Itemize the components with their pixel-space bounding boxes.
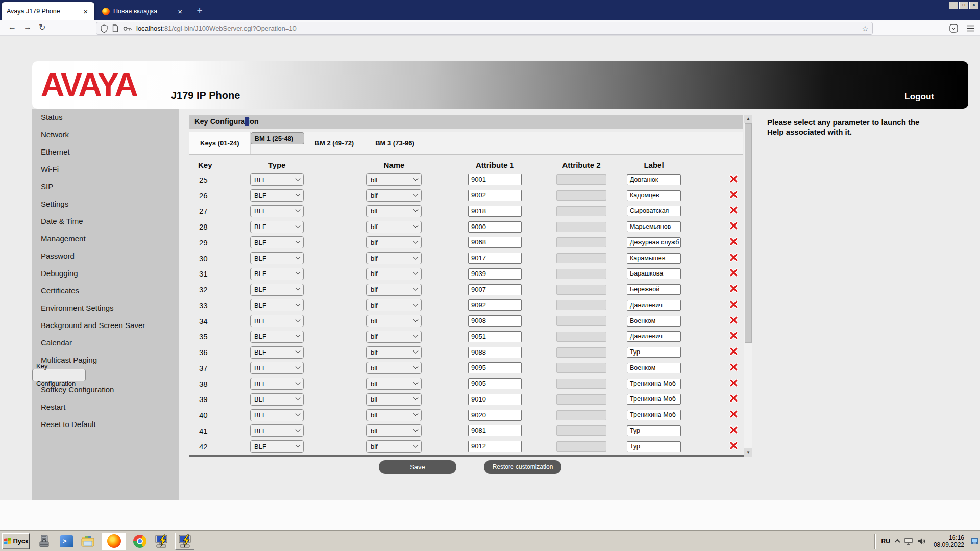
key-config-tab[interactable]: BM 1 (25-48) bbox=[251, 132, 304, 144]
attribute1-input[interactable]: 9088 bbox=[468, 347, 522, 358]
delete-row-button[interactable] bbox=[727, 268, 743, 279]
firefox-taskbar-button[interactable] bbox=[102, 533, 126, 550]
type-select[interactable]: BLF bbox=[250, 331, 304, 343]
label-input[interactable]: Сыроватская bbox=[627, 206, 681, 216]
name-select[interactable]: blf bbox=[366, 378, 422, 390]
shield-icon[interactable] bbox=[101, 24, 108, 33]
type-select[interactable]: BLF bbox=[250, 378, 304, 390]
label-input[interactable]: Барашкова bbox=[627, 268, 681, 279]
sidebar-item-environment-settings[interactable]: Environment Settings bbox=[32, 299, 179, 317]
network-status-icon[interactable] bbox=[971, 538, 978, 544]
name-select[interactable]: blf bbox=[366, 362, 422, 374]
attribute1-input[interactable]: 9081 bbox=[468, 425, 522, 436]
bookmark-star-icon[interactable]: ☆ bbox=[862, 24, 868, 33]
restore-customization-button[interactable]: Restore customization bbox=[484, 460, 561, 474]
sidebar-item-background-and-screen-saver[interactable]: Background and Screen Saver bbox=[32, 317, 179, 334]
attribute1-input[interactable]: 9039 bbox=[468, 268, 522, 280]
type-select[interactable]: BLF bbox=[250, 189, 304, 202]
delete-row-button[interactable] bbox=[727, 253, 743, 264]
type-select[interactable]: BLF bbox=[250, 221, 304, 233]
label-input[interactable]: Дежурная служб bbox=[627, 237, 681, 248]
menu-hamburger-icon[interactable] bbox=[966, 25, 975, 32]
attribute1-input[interactable]: 9068 bbox=[468, 237, 522, 248]
delete-row-button[interactable] bbox=[727, 441, 743, 452]
type-select[interactable]: BLF bbox=[250, 315, 304, 327]
tab-close-icon[interactable]: × bbox=[82, 7, 89, 16]
type-select[interactable]: BLF bbox=[250, 205, 304, 217]
delete-row-button[interactable] bbox=[727, 425, 743, 436]
name-select[interactable]: blf bbox=[366, 252, 422, 264]
file-explorer-icon[interactable] bbox=[80, 534, 95, 549]
delete-row-button[interactable] bbox=[727, 300, 743, 311]
sidebar-item-reset-to-default[interactable]: Reset to Default bbox=[32, 416, 179, 433]
type-select[interactable]: BLF bbox=[250, 393, 304, 406]
new-tab-button[interactable]: + bbox=[193, 4, 206, 17]
label-input[interactable]: Кадомцев bbox=[627, 190, 681, 201]
sidebar-item-key-configuration[interactable]: Key Configuration bbox=[32, 369, 86, 381]
language-indicator[interactable]: RU bbox=[879, 537, 893, 546]
attribute1-input[interactable]: 9095 bbox=[468, 362, 522, 373]
minimize-button[interactable]: _ bbox=[949, 2, 958, 9]
close-button[interactable]: ✕ bbox=[969, 2, 978, 9]
type-select[interactable]: BLF bbox=[250, 362, 304, 374]
key-config-tab[interactable]: BM 2 (49-72) bbox=[304, 132, 365, 154]
taskbar-clock[interactable]: 16:16 08.09.2022 bbox=[934, 534, 964, 548]
volume-tray-icon[interactable] bbox=[918, 538, 926, 545]
scroll-up-arrow[interactable]: ▲ bbox=[744, 115, 752, 123]
browser-tab-new[interactable]: Новая вкладка × bbox=[97, 2, 189, 20]
tab-close-icon[interactable]: × bbox=[176, 7, 184, 16]
table-scrollbar[interactable]: ▲ ▼ bbox=[744, 115, 752, 457]
delete-row-button[interactable] bbox=[727, 284, 743, 295]
sidebar-item-certificates[interactable]: Certificates bbox=[32, 282, 179, 299]
delete-row-button[interactable] bbox=[727, 394, 743, 405]
name-select[interactable]: blf bbox=[366, 346, 422, 359]
delete-row-button[interactable] bbox=[727, 237, 743, 248]
label-input[interactable]: Тренихина Моб bbox=[627, 379, 681, 389]
label-input[interactable]: Тур bbox=[627, 347, 681, 358]
key-permission-icon[interactable] bbox=[123, 26, 132, 32]
attribute1-input[interactable]: 9007 bbox=[468, 284, 522, 295]
delete-row-button[interactable] bbox=[727, 410, 743, 420]
attribute1-input[interactable]: 9008 bbox=[468, 315, 522, 327]
name-select[interactable]: blf bbox=[366, 440, 422, 453]
sidebar-item-status[interactable]: Status bbox=[32, 109, 179, 126]
chrome-icon[interactable] bbox=[132, 534, 148, 549]
start-button[interactable]: Пуск bbox=[2, 533, 30, 549]
label-input[interactable]: Военком bbox=[627, 363, 681, 373]
name-select[interactable]: blf bbox=[366, 424, 422, 437]
attribute1-input[interactable]: 9020 bbox=[468, 410, 522, 421]
remote-desktop-1-icon[interactable] bbox=[154, 534, 169, 549]
remote-desktop-2-button[interactable] bbox=[175, 533, 194, 550]
type-select[interactable]: BLF bbox=[250, 440, 304, 453]
delete-row-button[interactable] bbox=[727, 221, 743, 232]
attribute1-input[interactable]: 9010 bbox=[468, 394, 522, 405]
reload-icon[interactable]: ↻ bbox=[39, 22, 45, 32]
type-select[interactable]: BLF bbox=[250, 409, 304, 421]
name-select[interactable]: blf bbox=[366, 284, 422, 296]
name-select[interactable]: blf bbox=[366, 409, 422, 421]
attribute1-input[interactable]: 9018 bbox=[468, 206, 522, 217]
name-select[interactable]: blf bbox=[366, 393, 422, 406]
label-input[interactable]: Тур bbox=[627, 425, 681, 436]
sidebar-item-settings[interactable]: Settings bbox=[32, 195, 179, 213]
type-select[interactable]: BLF bbox=[250, 346, 304, 359]
label-input[interactable]: Военком bbox=[627, 316, 681, 327]
page-icon[interactable] bbox=[112, 24, 118, 32]
attribute1-input[interactable]: 9017 bbox=[468, 253, 522, 264]
scrollbar-thumb[interactable] bbox=[745, 123, 752, 343]
name-select[interactable]: blf bbox=[366, 315, 422, 327]
name-select[interactable]: blf bbox=[366, 205, 422, 217]
type-select[interactable]: BLF bbox=[250, 236, 304, 248]
attribute1-input[interactable]: 9005 bbox=[468, 378, 522, 389]
sidebar-item-network[interactable]: Network bbox=[32, 126, 179, 143]
label-input[interactable]: Бережной bbox=[627, 284, 681, 295]
name-select[interactable]: blf bbox=[366, 173, 422, 186]
key-config-tab[interactable]: Keys (01-24) bbox=[189, 132, 251, 154]
label-input[interactable]: Довганюк bbox=[627, 174, 681, 185]
hidden-icons-chevron-icon[interactable] bbox=[895, 539, 899, 543]
sidebar-item-password[interactable]: Password bbox=[32, 247, 179, 265]
sidebar-item-calendar[interactable]: Calendar bbox=[32, 334, 179, 352]
sidebar-item-wi-fi[interactable]: Wi-Fi bbox=[32, 161, 179, 178]
scroll-down-arrow[interactable]: ▼ bbox=[744, 448, 752, 457]
name-select[interactable]: blf bbox=[366, 268, 422, 280]
